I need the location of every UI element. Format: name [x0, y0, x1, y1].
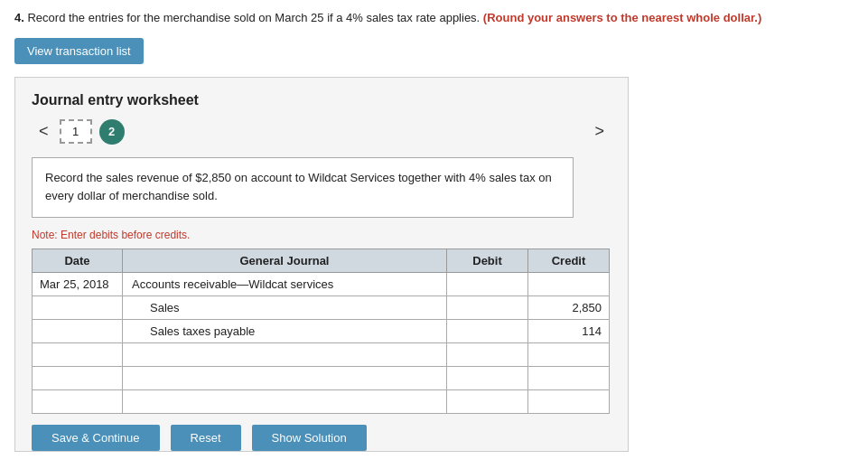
- cell-credit[interactable]: [528, 273, 610, 296]
- question-number: 4.: [14, 11, 24, 24]
- show-solution-button[interactable]: Show Solution: [252, 425, 367, 451]
- reset-button[interactable]: Reset: [171, 425, 241, 451]
- cell-debit[interactable]: [447, 273, 528, 296]
- table-row: [33, 343, 610, 367]
- worksheet-title: Journal entry worksheet: [32, 92, 611, 108]
- prev-step-arrow[interactable]: <: [32, 120, 56, 143]
- cell-date: [33, 343, 123, 367]
- cell-journal[interactable]: Sales taxes payable: [123, 320, 447, 343]
- instruction-box: Record the sales revenue of $2,850 on ac…: [32, 157, 574, 219]
- cell-date: [33, 367, 123, 390]
- table-row: Mar 25, 2018Accounts receivable—Wildcat …: [33, 273, 610, 296]
- table-row: [33, 390, 610, 414]
- table-row: Sales taxes payable114: [33, 320, 610, 343]
- journal-entry-worksheet: Journal entry worksheet < 1 2 > Record t…: [14, 77, 629, 453]
- cell-credit[interactable]: [528, 390, 610, 414]
- cell-journal[interactable]: [123, 390, 447, 414]
- cell-debit[interactable]: [447, 296, 528, 320]
- cell-credit[interactable]: [528, 343, 610, 367]
- col-debit: Debit: [447, 249, 528, 273]
- cell-journal[interactable]: Sales: [123, 296, 447, 320]
- next-step-arrow[interactable]: >: [587, 120, 611, 143]
- step-navigation: < 1 2 >: [32, 119, 611, 145]
- bottom-buttons: Save & Continue Reset Show Solution: [32, 414, 611, 451]
- table-row: [33, 367, 610, 390]
- cell-debit[interactable]: [447, 390, 528, 414]
- journal-entry-table: Date General Journal Debit Credit Mar 25…: [32, 249, 610, 414]
- cell-debit[interactable]: [447, 320, 528, 343]
- cell-journal[interactable]: [123, 343, 447, 367]
- col-credit: Credit: [528, 249, 610, 273]
- cell-credit[interactable]: 2,850: [528, 296, 610, 320]
- cell-date: [33, 320, 123, 343]
- cell-debit[interactable]: [447, 367, 528, 390]
- question-bold: (Round your answers to the nearest whole…: [483, 11, 761, 24]
- col-date: Date: [33, 249, 123, 273]
- cell-date: Mar 25, 2018: [33, 273, 123, 296]
- cell-credit[interactable]: [528, 367, 610, 390]
- cell-debit[interactable]: [447, 343, 528, 367]
- step-2-circle[interactable]: 2: [99, 119, 125, 145]
- table-row: Sales2,850: [33, 296, 610, 320]
- instruction-text: Record the sales revenue of $2,850 on ac…: [45, 171, 552, 203]
- cell-date: [33, 390, 123, 414]
- question-main: Record the entries for the merchandise s…: [27, 11, 482, 24]
- question-text: 4. Record the entries for the merchandis…: [14, 9, 854, 27]
- col-general-journal: General Journal: [123, 249, 447, 273]
- cell-credit[interactable]: 114: [528, 320, 610, 343]
- cell-date: [33, 296, 123, 320]
- note-text: Note: Enter debits before credits.: [32, 229, 611, 241]
- save-continue-button[interactable]: Save & Continue: [32, 425, 160, 451]
- step-1-box[interactable]: 1: [60, 119, 92, 144]
- view-transaction-button[interactable]: View transaction list: [14, 38, 144, 64]
- cell-journal[interactable]: Accounts receivable—Wildcat services: [123, 273, 447, 296]
- cell-journal[interactable]: [123, 367, 447, 390]
